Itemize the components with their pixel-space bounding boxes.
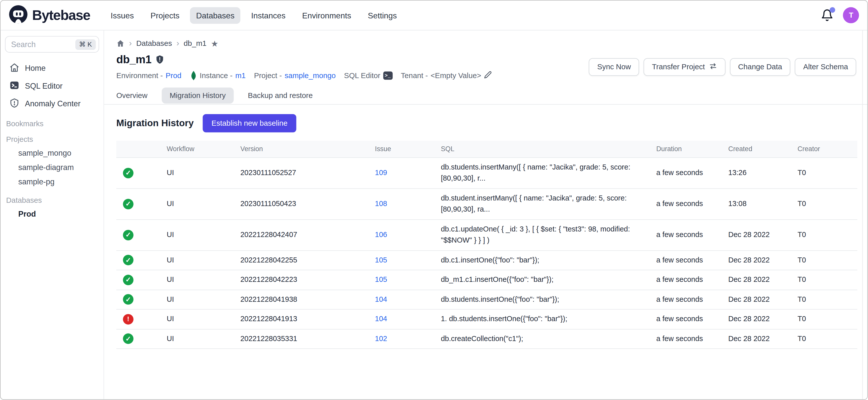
- terminal-icon: [9, 80, 20, 92]
- nav-item-issues[interactable]: Issues: [104, 7, 140, 24]
- sql-cell: db.c1.insertOne({"foo": "bar"});: [434, 250, 650, 270]
- nav-item-instances[interactable]: Instances: [245, 7, 292, 24]
- edit-pencil-icon[interactable]: [484, 71, 492, 80]
- breadcrumb-item-databases[interactable]: Databases: [136, 39, 172, 48]
- sql-cell: 1. db.students.insertOne({"foo": "bar"})…: [434, 309, 650, 329]
- sidebar-section-bookmarks: Bookmarks: [6, 120, 99, 128]
- table-row[interactable]: ✓ UI 20221228042255 105 db.c1.insertOne(…: [116, 250, 858, 270]
- nav-item-projects[interactable]: Projects: [144, 7, 186, 24]
- issue-link[interactable]: 104: [375, 315, 387, 323]
- sidebar-section-projects: Projects: [6, 135, 99, 143]
- star-icon[interactable]: ★: [211, 39, 218, 48]
- version-cell: 20221228042255: [234, 250, 368, 270]
- version-cell: 20221228041938: [234, 290, 368, 309]
- creator-cell: T0: [791, 270, 858, 290]
- column-header-duration: Duration: [650, 141, 722, 157]
- issue-link[interactable]: 104: [375, 295, 387, 303]
- sql-cell: db.student.insertMany([ { name: "Jacika"…: [434, 188, 650, 219]
- nav-item-databases[interactable]: Databases: [190, 7, 241, 24]
- meta-instance: Instance - m1: [190, 71, 246, 80]
- created-cell: Dec 28 2022: [722, 329, 791, 349]
- table-row[interactable]: ✓ UI 20221228035331 102 db.createCollect…: [116, 329, 858, 349]
- version-cell: 20221228035331: [234, 329, 368, 349]
- sidebar-item-anomaly-center[interactable]: Anomaly Center: [5, 95, 99, 112]
- sidebar-item-label: Home: [25, 64, 45, 72]
- breadcrumb-item-db-m1[interactable]: db_m1: [184, 39, 207, 48]
- database-meta-row: Environment - Prod Instance - m1 Project…: [116, 71, 492, 80]
- section-title: Migration History: [116, 118, 194, 129]
- table-row[interactable]: ✓ UI 20230111052527 109 db.students.inse…: [116, 158, 858, 189]
- sidebar-item-home[interactable]: Home: [5, 59, 99, 77]
- sidebar-item-sample-diagram[interactable]: sample-diagram: [5, 160, 99, 174]
- brand-name: Bytebase: [32, 7, 90, 24]
- duration-cell: a few seconds: [650, 158, 722, 189]
- breadcrumb-home-icon[interactable]: [116, 39, 125, 48]
- alter-schema-button[interactable]: Alter Schema: [795, 58, 857, 75]
- nav-item-environments[interactable]: Environments: [296, 7, 357, 24]
- environment-link[interactable]: Prod: [166, 71, 182, 80]
- created-cell: Dec 28 2022: [722, 219, 791, 250]
- column-header-version: Version: [234, 141, 368, 157]
- issue-link[interactable]: 109: [375, 168, 387, 177]
- establish-baseline-button[interactable]: Establish new baseline: [203, 114, 296, 132]
- issue-link[interactable]: 105: [375, 275, 387, 284]
- sidebar-item-sample-mongo[interactable]: sample_mongo: [5, 146, 99, 160]
- sync-now-button[interactable]: Sync Now: [589, 58, 639, 75]
- issue-link[interactable]: 102: [375, 334, 387, 343]
- sql-cell: db.students.insertOne({"foo": "bar"});: [434, 290, 650, 309]
- table-row[interactable]: ✓ UI 20221228041938 104 db.students.inse…: [116, 290, 858, 309]
- duration-cell: a few seconds: [650, 290, 722, 309]
- column-header-workflow: Workflow: [160, 141, 234, 157]
- meta-environment: Environment - Prod: [116, 71, 182, 80]
- workflow-cell: UI: [160, 270, 234, 290]
- status-icon: ✓: [123, 294, 133, 305]
- search-input[interactable]: Search ⌘ K: [5, 36, 99, 53]
- bytebase-logo[interactable]: Bytebase: [8, 4, 90, 26]
- keyboard-shortcut-badge: ⌘ K: [75, 39, 96, 50]
- meta-tenant: Tenant - <Empty Value>: [401, 71, 492, 80]
- change-data-button[interactable]: Change Data: [730, 58, 790, 75]
- transfer-project-button[interactable]: Transfer Project: [644, 58, 725, 75]
- nav-links: IssuesProjectsDatabasesInstancesEnvironm…: [104, 7, 403, 24]
- tab-overview[interactable]: Overview: [116, 87, 148, 103]
- sidebar-item-prod[interactable]: Prod: [5, 207, 99, 221]
- sidebar-item-label: SQL Editor: [25, 81, 62, 90]
- nav-item-settings[interactable]: Settings: [362, 7, 403, 24]
- avatar[interactable]: T: [843, 7, 859, 24]
- created-cell: 13:08: [722, 188, 791, 219]
- sql-cell: db_m1.c1.insertOne({"foo": "bar"});: [434, 270, 650, 290]
- table-row[interactable]: ✓ UI 20221228042407 106 db.c1.updateOne(…: [116, 219, 858, 250]
- issue-link[interactable]: 108: [375, 199, 387, 208]
- table-row[interactable]: ! UI 20221228041913 104 1. db.students.i…: [116, 309, 858, 329]
- tab-bar: OverviewMigration HistoryBackup and rest…: [104, 80, 867, 105]
- page-title: db_m1: [116, 53, 152, 66]
- page-actions: Sync Now Transfer Project Change Data Al…: [589, 58, 857, 75]
- project-link[interactable]: sample_mongo: [285, 71, 336, 80]
- creator-cell: T0: [791, 219, 858, 250]
- shield-alert-icon: [9, 98, 20, 109]
- notification-bell-icon[interactable]: [821, 8, 834, 22]
- status-icon: !: [123, 314, 133, 325]
- tab-migration-history[interactable]: Migration History: [162, 87, 234, 103]
- top-navigation: Bytebase IssuesProjectsDatabasesInstance…: [0, 0, 868, 30]
- issue-link[interactable]: 105: [375, 256, 387, 264]
- creator-cell: T0: [791, 188, 858, 219]
- sql-editor-icon: >_: [383, 71, 393, 80]
- created-cell: 13:26: [722, 158, 791, 189]
- status-icon: ✓: [123, 255, 133, 266]
- issue-link[interactable]: 106: [375, 230, 387, 239]
- search-placeholder: Search: [11, 40, 75, 49]
- version-cell: 20230111050423: [234, 188, 368, 219]
- chevron-right-icon: ›: [129, 39, 132, 47]
- sidebar-item-sql-editor[interactable]: SQL Editor: [5, 77, 99, 95]
- table-row[interactable]: ✓ UI 20221228042223 105 db_m1.c1.insertO…: [116, 270, 858, 290]
- meta-sql-editor[interactable]: SQL Editor >_: [344, 71, 393, 80]
- tab-backup-and-restore[interactable]: Backup and restore: [248, 87, 313, 103]
- home-icon: [9, 62, 20, 74]
- version-cell: 20221228042407: [234, 219, 368, 250]
- instance-link[interactable]: m1: [235, 71, 246, 80]
- table-row[interactable]: ✓ UI 20230111050423 108 db.student.inser…: [116, 188, 858, 219]
- sidebar-item-sample-pg[interactable]: sample-pg: [5, 175, 99, 189]
- sidebar: Search ⌘ K Home SQL Editor: [0, 30, 104, 400]
- version-cell: 20221228042223: [234, 270, 368, 290]
